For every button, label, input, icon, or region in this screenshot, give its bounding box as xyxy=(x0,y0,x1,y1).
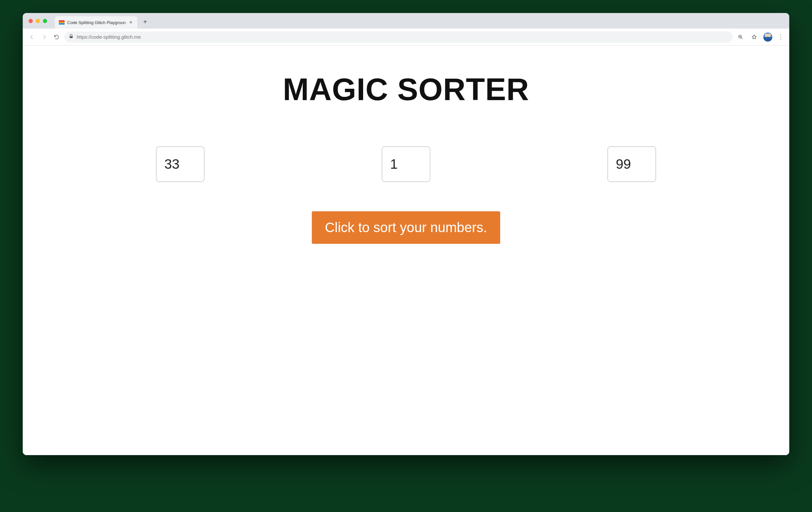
window-maximize-icon[interactable] xyxy=(43,19,47,23)
tab-bar: Code Splitting Glitch Playgroun × + xyxy=(23,13,789,29)
toolbar-right: ⋮ xyxy=(736,32,785,42)
lock-icon xyxy=(69,34,74,40)
window-close-icon[interactable] xyxy=(29,19,33,23)
browser-window: Code Splitting Glitch Playgroun × + http… xyxy=(23,13,789,455)
more-menu-icon[interactable]: ⋮ xyxy=(777,33,785,41)
favicon-icon xyxy=(59,20,65,25)
traffic-lights xyxy=(29,19,52,23)
browser-tab[interactable]: Code Splitting Glitch Playgroun × xyxy=(55,16,137,29)
forward-button[interactable] xyxy=(40,32,49,42)
profile-avatar[interactable] xyxy=(763,32,772,42)
number-input-2[interactable] xyxy=(382,146,430,182)
toolbar: https://code-splitting.glitch.me ⋮ xyxy=(23,29,789,46)
svg-rect-0 xyxy=(69,36,72,38)
zoom-icon[interactable] xyxy=(736,32,745,42)
reload-button[interactable] xyxy=(52,32,61,42)
back-button[interactable] xyxy=(27,32,36,42)
page-content: MAGIC SORTER Click to sort your numbers. xyxy=(23,46,789,455)
address-bar[interactable]: https://code-splitting.glitch.me xyxy=(64,31,733,43)
number-input-3[interactable] xyxy=(607,146,656,182)
tab-title: Code Splitting Glitch Playgroun xyxy=(67,20,126,25)
close-tab-icon[interactable]: × xyxy=(128,20,134,25)
page-title: MAGIC SORTER xyxy=(36,72,776,107)
new-tab-button[interactable]: + xyxy=(141,18,150,26)
bookmark-star-icon[interactable] xyxy=(750,32,759,42)
window-minimize-icon[interactable] xyxy=(36,19,40,23)
inputs-row xyxy=(97,146,715,182)
sort-button[interactable]: Click to sort your numbers. xyxy=(312,211,500,244)
url-text: https://code-splitting.glitch.me xyxy=(77,34,141,40)
number-input-1[interactable] xyxy=(156,146,205,182)
